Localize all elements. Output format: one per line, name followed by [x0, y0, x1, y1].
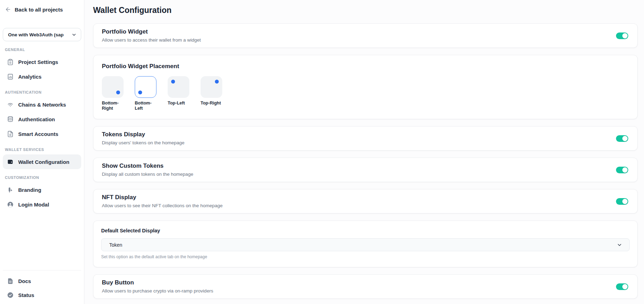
sidebar-item-login-modal[interactable]: Login Modal — [3, 197, 81, 212]
show-custom-tokens-toggle[interactable] — [616, 167, 628, 173]
toggle-knob — [622, 136, 628, 141]
document-icon — [7, 278, 14, 284]
card-description: Allow users to purchase crypto via on-ra… — [102, 288, 213, 295]
placement-option-label: Top-Left — [168, 101, 192, 106]
sidebar-item-status[interactable]: Status — [3, 288, 81, 302]
buy-button-toggle[interactable] — [616, 283, 628, 290]
section-label-authentication: AUTHENTICATION — [5, 90, 79, 94]
chevron-down-icon — [617, 242, 622, 248]
show-custom-tokens-card: Show Custom Tokens Display all custom to… — [93, 158, 638, 182]
placement-option-bottom-left[interactable] — [135, 76, 156, 98]
sidebar-item-label: Project Settings — [18, 59, 58, 65]
sidebar-item-branding[interactable]: Branding — [3, 182, 81, 197]
sidebar-item-label: Analytics — [18, 74, 42, 80]
placement-option-bottom-right[interactable] — [102, 76, 124, 98]
sidebar-item-label: Smart Accounts — [18, 131, 58, 137]
default-display-helper: Set this option as the default active ta… — [101, 254, 630, 259]
project-selector[interactable]: One with Web3Auth (sap — [3, 28, 81, 41]
placement-option-label: Top-Right — [201, 101, 225, 106]
sidebar: Back to all projects One with Web3Auth (… — [0, 0, 84, 304]
toggle-knob — [622, 199, 628, 204]
database-icon — [7, 116, 14, 123]
card-description: Allow users to see their NFT collections… — [102, 202, 223, 209]
card-title: Buy Button — [102, 278, 213, 287]
sidebar-item-label: Wallet Configuration — [18, 159, 69, 165]
chevron-down-icon — [71, 32, 77, 37]
placement-dot — [116, 91, 120, 94]
sidebar-item-label: Docs — [18, 278, 31, 284]
card-title: Show Custom Tokens — [102, 162, 193, 170]
sidebar-item-label: Login Modal — [18, 202, 49, 208]
sidebar-item-analytics[interactable]: Analytics — [3, 69, 81, 84]
placement-dot — [138, 91, 142, 94]
placement-option-label: Bottom-Left — [135, 101, 159, 111]
default-display-label: Default Selected Display — [101, 228, 630, 233]
wifi-icon — [7, 101, 14, 108]
back-link-label: Back to all projects — [15, 7, 63, 13]
analytics-icon — [7, 73, 14, 80]
card-title: Portfolio Widget Placement — [102, 62, 629, 71]
portfolio-widget-toggle[interactable] — [616, 32, 628, 39]
section-label-general: GENERAL — [5, 48, 79, 52]
toggle-knob — [622, 284, 628, 289]
arrow-left-icon — [5, 6, 11, 13]
toggle-knob — [622, 167, 628, 173]
main-content: Wallet Configuration Portfolio Widget Al… — [84, 0, 644, 304]
nft-display-card: NFT Display Allow users to see their NFT… — [93, 189, 638, 213]
sidebar-item-project-settings[interactable]: Project Settings — [3, 55, 81, 69]
placement-options: Bottom-Right Bottom-Left Top-Left Top-Ri… — [102, 76, 629, 111]
card-title: Tokens Display — [102, 130, 184, 139]
placement-option-label: Bottom-Right — [102, 101, 126, 111]
sidebar-item-label: Status — [18, 292, 34, 298]
placement-dot — [215, 80, 219, 84]
card-title: Portfolio Widget — [102, 28, 201, 36]
file-icon — [7, 131, 14, 137]
sidebar-item-label: Chains & Networks — [18, 102, 66, 108]
card-description: Display users' tokens on the homepage — [102, 139, 184, 146]
clipboard-icon — [7, 59, 14, 65]
buy-button-card: Buy Button Allow users to purchase crypt… — [93, 274, 638, 299]
wallet-icon — [7, 159, 14, 165]
nft-display-toggle[interactable] — [616, 198, 628, 205]
sidebar-item-smart-accounts[interactable]: Smart Accounts — [3, 126, 81, 141]
section-label-customization: CUSTOMIZATION — [5, 175, 79, 180]
sidebar-item-label: Branding — [18, 187, 41, 193]
default-display-select[interactable]: Token — [101, 238, 630, 251]
tokens-display-card: Tokens Display Display users' tokens on … — [93, 126, 638, 151]
page-title: Wallet Configuration — [93, 6, 638, 15]
sidebar-footer: Docs Status — [3, 270, 81, 304]
project-selector-value: One with Web3Auth (sap — [8, 32, 64, 37]
section-label-wallet-services: WALLET SERVICES — [5, 147, 79, 152]
card-title: NFT Display — [102, 193, 223, 202]
sidebar-item-wallet-configuration[interactable]: Wallet Configuration — [3, 154, 81, 169]
back-to-projects-link[interactable]: Back to all projects — [3, 5, 81, 14]
check-circle-icon — [7, 292, 14, 298]
placement-dot — [171, 80, 175, 84]
placement-option-top-right[interactable] — [201, 76, 222, 98]
portfolio-widget-card: Portfolio Widget Allow users to access t… — [93, 23, 638, 48]
sidebar-item-label: Authentication — [18, 116, 55, 122]
default-display-card: Default Selected Display Token Set this … — [93, 220, 638, 267]
card-description: Display all custom tokens on the homepag… — [102, 171, 193, 178]
toggle-knob — [622, 33, 628, 38]
brush-icon — [7, 187, 14, 193]
default-display-value: Token — [109, 242, 122, 248]
placement-option-top-left[interactable] — [168, 76, 189, 98]
card-description: Allow users to access their wallet from … — [102, 37, 201, 44]
sidebar-item-authentication[interactable]: Authentication — [3, 112, 81, 126]
sidebar-item-docs[interactable]: Docs — [3, 274, 81, 288]
sidebar-item-chains-networks[interactable]: Chains & Networks — [3, 97, 81, 112]
tokens-display-toggle[interactable] — [616, 135, 628, 142]
user-circle-icon — [7, 201, 14, 208]
widget-placement-card: Portfolio Widget Placement Bottom-Right … — [93, 55, 638, 119]
